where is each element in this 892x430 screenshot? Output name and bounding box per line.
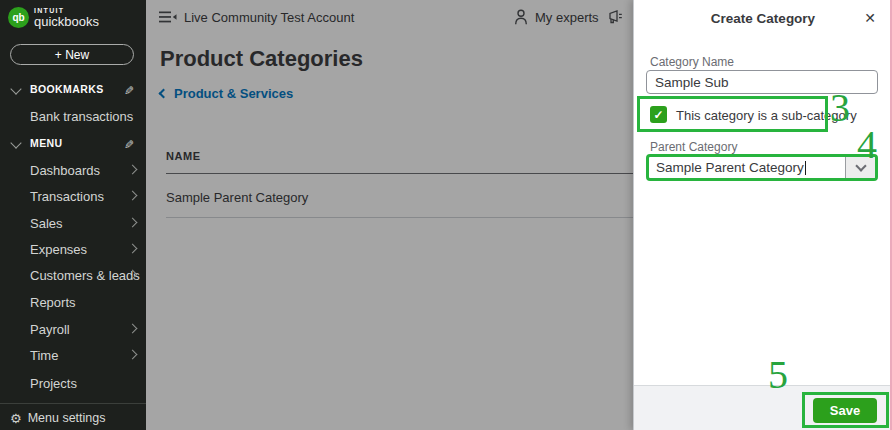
subcategory-checkbox[interactable] [650,106,667,123]
category-name-input[interactable] [646,70,878,94]
save-button[interactable]: Save [813,398,877,423]
sidebar-item-expenses[interactable]: Expenses [0,241,146,257]
account-name: Live Community Test Account [184,10,354,25]
sidebar-item-dashboards[interactable]: Dashboards [0,162,146,178]
sidebar-item-payroll[interactable]: Payroll [0,321,146,337]
parent-category-label: Parent Category [650,140,737,154]
section-label: MENU [30,137,63,149]
intuit-wordmark: INTUIT [34,7,99,14]
sidebar-item-reports[interactable]: Reports [0,294,146,310]
megaphone-icon[interactable] [606,9,623,25]
edit-pencil-icon[interactable] [124,81,134,99]
chevron-down-icon [10,83,21,94]
table-row[interactable]: Sample Parent Category [166,190,308,205]
quickbooks-wordmark: quickbooks [34,15,99,28]
chevron-right-icon [128,324,138,334]
section-label: BOOKMARKS [30,83,104,95]
close-icon[interactable] [861,9,879,27]
sidebar-section-bookmarks[interactable]: BOOKMARKS [0,82,146,98]
menu-settings-button[interactable]: Menu settings [10,409,105,427]
dropdown-toggle-button[interactable] [845,157,875,178]
sidebar-divider [0,403,146,404]
sidebar: qb INTUIT quickbooks + New BOOKMARKS Ban… [0,0,146,430]
quickbooks-logo[interactable]: qb INTUIT quickbooks [8,7,99,28]
drawer-title: Create Category [634,11,892,26]
new-button[interactable]: + New [10,44,134,65]
sidebar-item-transactions[interactable]: Transactions [0,188,146,204]
category-name-label: Category Name [650,55,734,69]
table-row-divider [166,217,633,218]
chevron-right-icon [128,244,138,254]
collapse-sidebar-icon[interactable] [159,11,177,23]
my-experts-button[interactable]: My experts [514,9,599,25]
sidebar-section-menu[interactable]: MENU [0,136,146,152]
qb-logo-icon: qb [8,7,29,28]
person-icon [514,9,528,25]
chevron-left-icon [159,89,169,99]
chevron-down-icon [10,137,21,148]
sidebar-item-bank-transactions[interactable]: Bank transactions [0,108,146,124]
chevron-right-icon [128,218,138,228]
top-bar: Live Community Test Account My experts [146,0,633,34]
create-category-drawer: Create Category Category Name This categ… [633,0,892,430]
subcategory-checkbox-label: This category is a sub-category [676,108,857,123]
sidebar-item-sales[interactable]: Sales [0,215,146,231]
parent-category-value: Sample Parent Category [656,160,804,175]
table-column-name: NAME [166,150,201,162]
chevron-right-icon [128,165,138,175]
text-cursor [805,161,806,175]
chevron-right-icon [128,191,138,201]
breadcrumb-product-services[interactable]: Product & Services [160,86,293,101]
sidebar-item-projects[interactable]: Projects [0,375,146,391]
main-content: Live Community Test Account My experts [146,0,633,430]
page-title: Product Categories [160,46,363,72]
chevron-right-icon [128,350,138,360]
table-header-divider [166,173,633,174]
sidebar-item-customers-leads[interactable]: Customers & leads [0,267,146,283]
sidebar-item-time[interactable]: Time [0,347,146,363]
parent-category-dropdown[interactable]: Sample Parent Category [646,154,878,181]
chevron-down-icon [855,160,866,171]
gear-icon [10,409,22,427]
edit-pencil-icon[interactable] [124,135,134,153]
quickbooks-app: qb INTUIT quickbooks + New BOOKMARKS Ban… [0,0,892,430]
